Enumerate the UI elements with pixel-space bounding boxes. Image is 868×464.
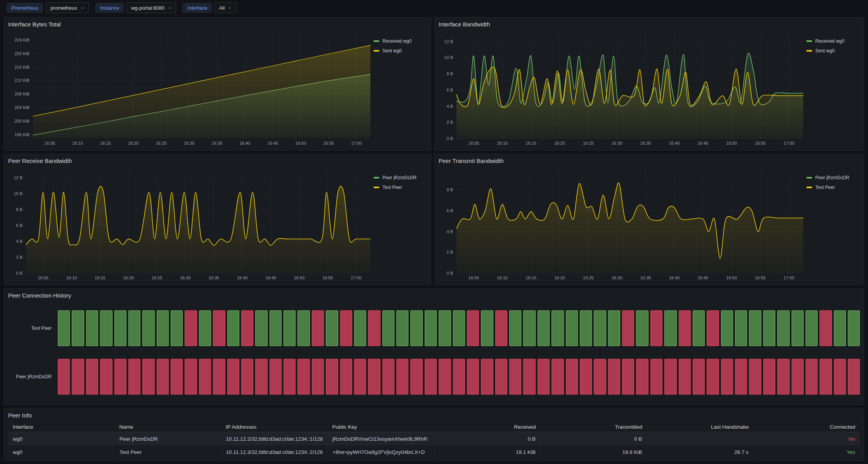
chart-legend: Received wg0Sent wg0	[373, 31, 427, 147]
legend-item[interactable]: Test Peer	[373, 185, 402, 190]
panel-title[interactable]: Interface Bandwidth	[439, 21, 860, 28]
panel-peer-transmit-bandwidth: Peer Transmit Bandwidth 16:0516:1016:151…	[434, 154, 864, 285]
y-axis-tick: 8 B	[446, 71, 453, 76]
status-bar-disconnected	[693, 359, 705, 395]
table-cell: Test Peer	[115, 445, 221, 459]
status-bar-disconnected	[185, 359, 197, 395]
variable-label-instance: Instance	[95, 3, 124, 13]
status-bar-disconnected	[552, 359, 564, 395]
variable-select-prometheus[interactable]: prometheus ⌄	[46, 2, 89, 13]
status-bar-disconnected	[213, 310, 225, 346]
status-bar-connected	[608, 310, 620, 346]
x-axis-tick: 16:30	[184, 141, 195, 145]
status-bar-disconnected	[312, 310, 324, 346]
variable-group-instance: Instance wg-portal:8080 ⌄	[95, 2, 176, 13]
legend-item[interactable]: Peer jRzmDsDR	[373, 175, 417, 180]
table-cell: No	[754, 432, 860, 446]
peer-info-table: InterfaceNameIP AddressesPublic KeyRecei…	[8, 422, 860, 459]
chart-canvas[interactable]: 16:0516:1016:1516:2016:2516:3016:3516:40…	[439, 31, 806, 147]
variable-label-prometheus: Prometheus	[7, 3, 43, 13]
timeseries-svg: 16:0516:1016:1516:2016:2516:3016:3516:40…	[439, 31, 806, 147]
status-bar-disconnected	[538, 359, 550, 395]
panel-title[interactable]: Peer Info	[8, 412, 860, 419]
chart-legend: Received wg0Sent wg0	[806, 31, 860, 147]
legend-label: Test Peer	[382, 185, 402, 190]
column-header[interactable]: Public Key	[328, 422, 434, 432]
status-bar-disconnected	[523, 359, 535, 395]
column-header[interactable]: Name	[115, 422, 221, 432]
legend-item[interactable]: Received wg0	[373, 38, 412, 44]
status-bar-disconnected	[495, 310, 507, 346]
x-axis-tick: 16:45	[268, 141, 278, 145]
table-cell: 19.8 KiB	[541, 445, 647, 459]
panel-peer-receive-bandwidth: Peer Receive Bandwidth 16:0516:1016:1516…	[4, 154, 431, 285]
table-cell: 0 B	[541, 432, 647, 446]
y-axis-tick: 0 B	[446, 136, 453, 141]
x-axis-tick: 16:10	[72, 141, 83, 145]
status-bar-disconnected	[622, 359, 634, 395]
status-bar-disconnected	[509, 359, 521, 395]
x-axis-tick: 16:05	[44, 141, 55, 145]
status-bar-connected	[157, 310, 169, 346]
table-cell: +8he+pyWH7Oa9g2FVjlxQzy04brLX+D	[328, 445, 434, 459]
status-bar-connected	[255, 310, 267, 346]
status-bar-connected	[396, 310, 408, 346]
x-axis-tick: 16:55	[755, 275, 766, 280]
x-axis-tick: 16:40	[237, 275, 248, 280]
variable-value-instance: wg-portal:8080	[131, 5, 164, 11]
chart-canvas[interactable]: 16:0516:1016:1516:2016:2516:3016:3516:40…	[8, 167, 373, 282]
x-axis-tick: 16:35	[640, 275, 651, 280]
chart-canvas[interactable]: 16:0516:1016:1516:2016:2516:3016:3516:40…	[439, 167, 806, 282]
status-bar-disconnected	[396, 359, 408, 395]
status-bar-disconnected	[820, 310, 832, 346]
status-bar-disconnected	[312, 359, 324, 395]
series-area	[33, 45, 370, 139]
status-bar-connected	[227, 310, 239, 346]
panel-title[interactable]: Interface Bytes Total	[8, 21, 427, 28]
status-bar-connected	[664, 310, 676, 346]
status-bar-connected	[848, 310, 860, 346]
column-header[interactable]: Last Handshake	[647, 422, 754, 432]
y-axis-tick: 8 B	[446, 187, 453, 192]
chart-canvas[interactable]: 16:0516:1016:1516:2016:2516:3016:3516:40…	[8, 31, 373, 147]
variable-select-instance[interactable]: wg-portal:8080 ⌄	[126, 2, 176, 13]
timeseries-svg: 16:0516:1016:1516:2016:2516:3016:3516:40…	[8, 167, 373, 282]
x-axis-tick: 16:10	[497, 141, 508, 145]
y-axis-tick: 220 KiB	[14, 51, 29, 56]
legend-item[interactable]: Received wg0	[806, 38, 844, 44]
column-header[interactable]: Received	[434, 422, 541, 432]
variable-select-interface[interactable]: All ⌄	[214, 2, 237, 13]
legend-item[interactable]: Peer jRzmDsDR	[806, 175, 849, 180]
legend-item[interactable]: Sent wg0	[373, 48, 402, 54]
x-axis-tick: 16:20	[123, 275, 134, 280]
panel-title[interactable]: Peer Receive Bandwidth	[8, 157, 427, 165]
status-bar-disconnected	[340, 359, 352, 395]
timeseries-svg: 16:0516:1016:1516:2016:2516:3016:3516:40…	[439, 167, 806, 282]
panel-title[interactable]: Peer Connection History	[8, 292, 860, 300]
legend-item[interactable]: Test Peer	[806, 185, 835, 190]
status-bar-disconnected	[227, 359, 239, 395]
status-bar-disconnected	[58, 359, 70, 395]
column-header[interactable]: Interface	[8, 422, 115, 432]
status-bar-disconnected	[679, 359, 691, 395]
legend-item[interactable]: Sent wg0	[806, 48, 835, 54]
status-history[interactable]: Test PeerPeer jRzmDsDR16:0616:1116:1616:…	[8, 310, 860, 410]
status-history-row: Peer jRzmDsDR	[8, 359, 860, 395]
column-header[interactable]: Connected	[754, 422, 860, 432]
status-bar-connected	[142, 310, 154, 346]
status-bar-connected	[566, 310, 578, 346]
column-header[interactable]: IP Addresses	[221, 422, 328, 432]
column-header[interactable]: Transmitted	[541, 422, 647, 432]
y-axis-tick: 196 KiB	[14, 132, 29, 137]
y-axis-tick: 208 KiB	[14, 92, 29, 96]
status-history-track	[58, 359, 860, 395]
dashboard-variables-toolbar: Prometheus prometheus ⌄ Instance wg-port…	[0, 0, 868, 16]
panel-title[interactable]: Peer Transmit Bandwidth	[439, 157, 860, 165]
status-bar-connected	[284, 310, 296, 346]
status-bar-connected	[297, 310, 310, 346]
y-axis-tick: 212 KiB	[14, 78, 29, 83]
legend-swatch	[806, 50, 812, 52]
status-bar-disconnected	[707, 359, 719, 395]
x-axis-tick: 16:55	[755, 141, 766, 145]
status-bar-connected	[509, 310, 521, 346]
